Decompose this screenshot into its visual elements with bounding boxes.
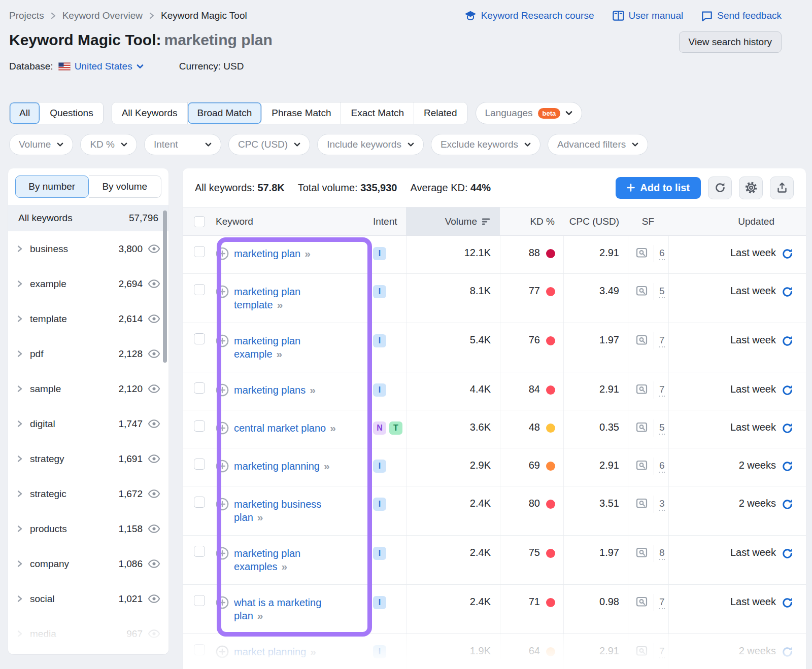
view-search-history-button[interactable]: View search history [679, 31, 782, 53]
refresh-keyword-icon[interactable] [781, 646, 794, 658]
add-keyword-icon[interactable] [216, 383, 229, 397]
add-keyword-icon[interactable] [216, 498, 229, 511]
volume-filter[interactable]: Volume [9, 134, 73, 155]
sf-count[interactable]: 7 [659, 334, 665, 347]
expand-keyword-icon[interactable]: » [310, 384, 316, 396]
serp-preview-icon[interactable] [635, 460, 649, 472]
eye-icon[interactable] [148, 629, 160, 638]
intent-filter[interactable]: Intent [144, 134, 221, 155]
all-keywords-group[interactable]: All keywords 57,796 [8, 205, 168, 231]
add-keyword-icon[interactable] [216, 334, 229, 347]
eye-icon[interactable] [148, 454, 160, 463]
include-keywords-filter[interactable]: Include keywords [317, 134, 424, 155]
sf-count[interactable]: 5 [659, 285, 665, 298]
refresh-keyword-icon[interactable] [781, 460, 794, 473]
keyword-link[interactable]: marketing business plan [234, 499, 321, 523]
add-keyword-icon[interactable] [216, 247, 229, 260]
keyword-group-item[interactable]: business 3,800 [8, 231, 168, 266]
add-keyword-icon[interactable] [216, 285, 229, 298]
keyword-group-item[interactable]: pdf 2,128 [8, 336, 168, 371]
serp-preview-icon[interactable] [635, 334, 649, 346]
row-checkbox[interactable] [194, 420, 205, 432]
breadcrumb-keyword-overview[interactable]: Keyword Overview [62, 10, 143, 21]
serp-preview-icon[interactable] [635, 547, 649, 559]
expand-keyword-icon[interactable]: » [310, 646, 316, 657]
expand-keyword-icon[interactable]: » [257, 511, 263, 523]
settings-button[interactable] [739, 177, 763, 199]
keyword-group-item[interactable]: social 1,021 [8, 581, 168, 616]
eye-icon[interactable] [148, 349, 160, 358]
sf-count[interactable]: 6 [659, 460, 665, 473]
eye-icon[interactable] [148, 594, 160, 603]
serp-preview-icon[interactable] [635, 383, 649, 396]
sf-count[interactable]: 7 [659, 596, 665, 609]
add-keyword-icon[interactable] [216, 460, 229, 473]
tab-exact-match[interactable]: Exact Match [341, 102, 414, 124]
expand-keyword-icon[interactable]: » [324, 460, 330, 472]
keyword-group-item[interactable]: sample 2,120 [8, 371, 168, 406]
keyword-group-item[interactable]: strategy 1,691 [8, 441, 168, 476]
advanced-filters[interactable]: Advanced filters [548, 134, 648, 155]
expand-keyword-icon[interactable]: » [277, 348, 283, 360]
keyword-link[interactable]: central market plano [234, 422, 326, 434]
serp-preview-icon[interactable] [635, 596, 649, 608]
serp-preview-icon[interactable] [635, 247, 649, 259]
keyword-group-item[interactable]: strategic 1,672 [8, 476, 168, 511]
sf-count[interactable]: 3 [659, 498, 665, 511]
eye-icon[interactable] [148, 244, 160, 253]
col-volume[interactable]: Volume [406, 207, 500, 235]
sf-count[interactable]: 5 [659, 421, 665, 435]
refresh-keyword-icon[interactable] [781, 547, 794, 560]
row-checkbox[interactable] [194, 546, 205, 557]
sf-count[interactable]: 7 [659, 645, 665, 658]
breadcrumb-projects[interactable]: Projects [9, 10, 44, 21]
keyword-link[interactable]: market planning [234, 646, 306, 657]
row-checkbox[interactable] [194, 382, 205, 394]
keyword-link[interactable]: marketing plans [234, 384, 306, 396]
keyword-group-item[interactable]: company 1,086 [8, 546, 168, 581]
row-checkbox[interactable] [194, 595, 205, 606]
serp-preview-icon[interactable] [635, 421, 649, 434]
keyword-link[interactable]: what is a marketing plan [234, 597, 321, 621]
row-checkbox[interactable] [194, 333, 205, 344]
eye-icon[interactable] [148, 279, 160, 288]
refresh-keyword-icon[interactable] [781, 248, 794, 260]
kd-filter[interactable]: KD % [80, 134, 137, 155]
serp-preview-icon[interactable] [635, 645, 649, 657]
add-keyword-icon[interactable] [216, 645, 229, 658]
cpc-filter[interactable]: CPC (USD) [228, 134, 310, 155]
sf-count[interactable]: 6 [659, 247, 665, 260]
keyword-link[interactable]: marketing plan examples [234, 548, 300, 572]
keyword-group-item[interactable]: digital 1,747 [8, 406, 168, 441]
export-button[interactable] [770, 177, 794, 199]
expand-keyword-icon[interactable]: » [282, 560, 288, 572]
expand-keyword-icon[interactable]: » [277, 299, 283, 310]
row-checkbox[interactable] [194, 644, 205, 655]
keyword-link[interactable]: marketing plan template [234, 286, 300, 310]
col-sf[interactable]: SF [628, 207, 668, 235]
expand-keyword-icon[interactable]: » [330, 422, 336, 434]
keyword-group-item[interactable]: products 1,158 [8, 511, 168, 546]
col-cpc[interactable]: CPC (USD) [563, 207, 628, 235]
refresh-keyword-icon[interactable] [781, 498, 794, 511]
eye-icon[interactable] [148, 314, 160, 323]
add-keyword-icon[interactable] [216, 596, 229, 609]
refresh-button[interactable] [708, 177, 732, 199]
keyword-group-item[interactable]: example 2,694 [8, 266, 168, 301]
tab-questions[interactable]: Questions [40, 102, 103, 124]
sf-count[interactable]: 7 [659, 383, 665, 397]
expand-keyword-icon[interactable]: » [257, 610, 263, 621]
keyword-link[interactable]: marketing plan example [234, 335, 300, 360]
tab-related[interactable]: Related [414, 102, 467, 124]
exclude-keywords-filter[interactable]: Exclude keywords [431, 134, 540, 155]
col-kd[interactable]: KD % [500, 207, 563, 235]
row-checkbox[interactable] [194, 284, 205, 295]
eye-icon[interactable] [148, 524, 160, 533]
add-to-list-button[interactable]: Add to list [616, 177, 701, 199]
col-keyword[interactable]: Keyword [216, 207, 373, 235]
tab-all-keywords[interactable]: All Keywords [112, 102, 188, 124]
select-all-checkbox[interactable] [194, 216, 205, 227]
row-checkbox[interactable] [194, 246, 205, 257]
refresh-keyword-icon[interactable] [781, 422, 794, 435]
user-manual-link[interactable]: User manual [613, 10, 684, 21]
